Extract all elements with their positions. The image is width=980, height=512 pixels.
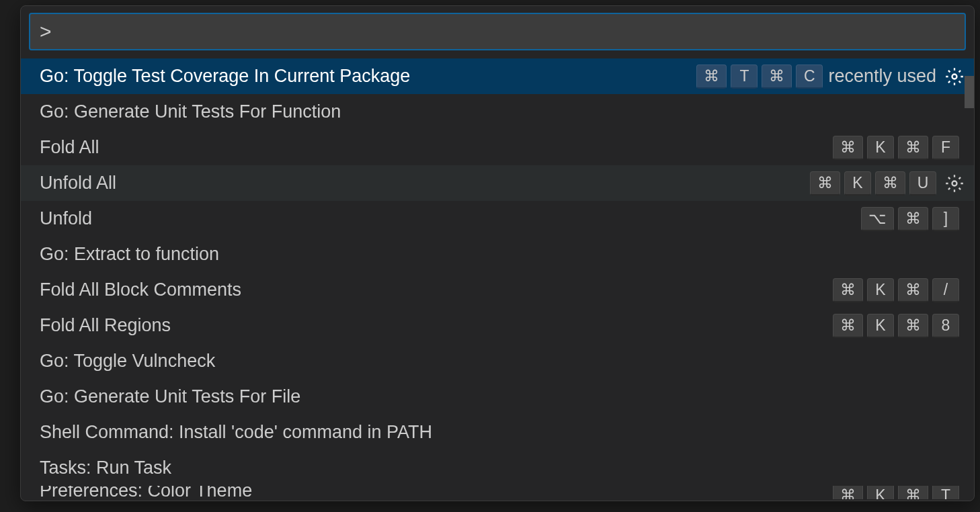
command-label: Fold All Block Comments [40,280,833,300]
command-item[interactable]: Go: Toggle Test Coverage In Current Pack… [21,58,974,94]
keycap: ⌘ [898,486,928,499]
command-label: Tasks: Run Task [40,458,965,478]
keycap: K [867,136,894,160]
gear-icon[interactable] [944,67,965,87]
keycap: K [844,171,871,196]
keycap: ⌥ [861,207,894,231]
command-label: Shell Command: Install 'code' command in… [40,422,965,443]
svg-point-1 [952,181,957,185]
command-label: Go: Extract to function [40,244,965,265]
command-item[interactable]: Unfold ⌥⌘] [21,201,974,237]
results-list: Go: Toggle Test Coverage In Current Pack… [21,58,974,501]
keycap: / [932,278,959,302]
command-item[interactable]: Go: Generate Unit Tests For File [21,379,974,415]
keybinding: ⌘K⌘8 [833,314,959,338]
keycap: K [867,314,894,338]
keycap: ⌘ [833,136,863,160]
keycap: T [932,486,959,499]
command-item[interactable]: Go: Extract to function [21,237,974,272]
keybinding: ⌘K⌘F [833,136,959,160]
keycap: ⌘ [833,278,863,302]
command-item[interactable]: Fold All ⌘K⌘F [21,130,974,165]
input-container [21,13,974,58]
keybinding: ⌘K⌘/ [833,278,959,302]
keycap: U [909,171,936,196]
command-label: Preferences: Color Theme [40,486,833,499]
svg-point-0 [952,74,957,79]
command-palette: Go: Toggle Test Coverage In Current Pack… [20,5,975,501]
command-label: Fold All [40,137,833,158]
keycap: ⌘ [898,207,928,231]
scrollbar-thumb[interactable] [965,76,974,108]
keycap: 8 [932,314,959,338]
keycap: ⌘ [833,486,863,499]
keycap: C [796,65,823,89]
command-item[interactable]: Fold All Regions ⌘K⌘8 [21,308,974,343]
command-item[interactable]: Go: Generate Unit Tests For Function [21,94,974,130]
keycap: ⌘ [833,314,863,338]
keycap: ] [932,207,959,231]
command-item[interactable]: Tasks: Run Task [21,450,974,486]
keybinding: ⌘K⌘T [833,486,959,499]
keycap: ⌘ [875,171,905,196]
keycap: K [867,278,894,302]
command-item[interactable]: Unfold All ⌘K⌘U [21,165,974,201]
command-label: Go: Generate Unit Tests For Function [40,101,965,122]
command-item[interactable]: Go: Toggle Vulncheck [21,343,974,379]
keycap: T [731,65,758,89]
command-input[interactable] [29,13,966,50]
command-item[interactable]: Fold All Block Comments ⌘K⌘/ [21,272,974,308]
keycap: ⌘ [898,314,928,338]
keycap: ⌘ [898,136,928,160]
keycap: ⌘ [898,278,928,302]
keycap: ⌘ [696,65,727,89]
keycap: ⌘ [762,65,792,89]
command-label: Fold All Regions [40,315,833,336]
command-label: Unfold All [40,173,810,194]
command-label: Go: Generate Unit Tests For File [40,386,965,407]
command-label: Go: Toggle Test Coverage In Current Pack… [40,66,696,87]
keycap: K [867,486,894,499]
keycap: F [932,136,959,160]
keycap: ⌘ [810,171,840,196]
command-item[interactable]: Preferences: Color Theme ⌘K⌘T [21,486,974,499]
section-label: recently used [828,66,936,87]
keybinding: ⌘T⌘C [696,65,823,89]
gear-icon[interactable] [944,173,965,194]
keybinding: ⌥⌘] [861,207,959,231]
keybinding: ⌘K⌘U [810,171,936,196]
command-label: Go: Toggle Vulncheck [40,351,965,372]
command-label: Unfold [40,208,861,229]
command-item[interactable]: Shell Command: Install 'code' command in… [21,415,974,450]
